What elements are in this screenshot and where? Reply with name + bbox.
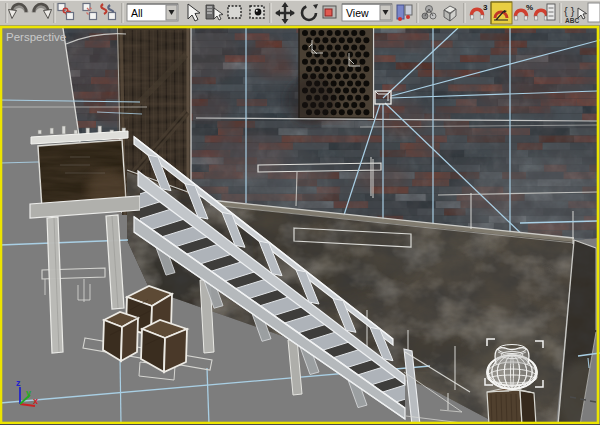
svg-text:{ }: { } bbox=[564, 5, 575, 17]
svg-text:z: z bbox=[16, 378, 21, 388]
svg-text:y: y bbox=[26, 388, 31, 398]
svg-text:All: All bbox=[131, 7, 143, 19]
svg-text:Perspective: Perspective bbox=[6, 31, 66, 43]
svg-text:ABC: ABC bbox=[565, 17, 579, 24]
svg-text:3: 3 bbox=[483, 3, 488, 12]
svg-text:View: View bbox=[346, 7, 369, 19]
svg-text:x: x bbox=[33, 396, 38, 406]
svg-text:%: % bbox=[526, 3, 533, 12]
